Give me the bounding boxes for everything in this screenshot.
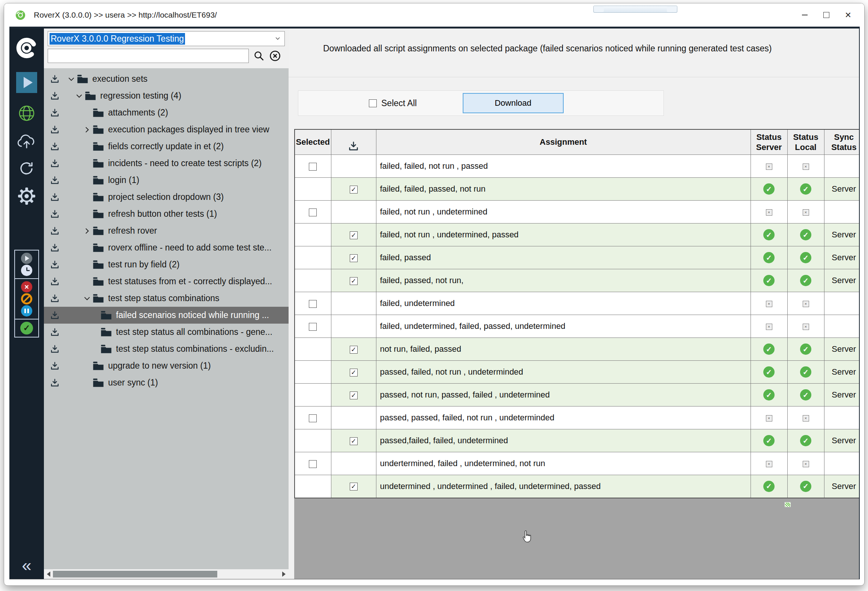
settings-button[interactable] (17, 187, 36, 206)
row-download-checkbox[interactable]: ✓ (350, 186, 358, 194)
table-row[interactable]: ✓ failed, passed ✓ ✓ Server (295, 246, 859, 269)
table-row[interactable]: failed, failed, not run , passed × × (295, 155, 859, 178)
tree-item[interactable]: test step status combinations - excludin… (44, 340, 289, 357)
search-icon[interactable] (253, 50, 265, 62)
download-button[interactable]: Download (463, 93, 564, 113)
scroll-left-icon[interactable] (47, 572, 50, 577)
header-selected: Selected (295, 129, 331, 155)
table-row[interactable]: ✓ undetermined , undetermined , failed, … (295, 475, 859, 498)
tree-item[interactable]: test step status combinations (44, 290, 289, 307)
tree-item[interactable]: roverx offline - need to add some test s… (44, 239, 289, 256)
tree-item[interactable]: execution packages displayed in tree vie… (44, 121, 289, 138)
check-icon: ✓ (351, 483, 356, 490)
status-ok-icon: ✓ (800, 252, 811, 263)
cloud-upload-icon (16, 133, 37, 149)
chevron-icon[interactable] (81, 127, 93, 133)
table-row[interactable]: ✓ passed, failed, not run , undeterminde… (295, 361, 859, 384)
row-download-checkbox[interactable]: ✓ (350, 369, 358, 376)
tree-item[interactable]: refresh button other tests (1) (44, 206, 289, 222)
scroll-right-icon[interactable] (282, 572, 286, 577)
row-download-checkbox[interactable]: ✓ (350, 483, 358, 490)
table-row[interactable]: ✓ passed, not run, passed, failed , unde… (295, 384, 859, 406)
status-ok-icon: ✓ (763, 344, 775, 355)
tree-item[interactable]: failed scenarios noticed while running .… (44, 307, 289, 324)
cloud-upload-button[interactable] (16, 133, 37, 149)
table-row[interactable]: ✓ passed,failed, failed, undetermined ✓ … (295, 429, 859, 452)
tree-item[interactable]: execution sets (44, 70, 289, 87)
chevron-icon[interactable] (66, 76, 77, 82)
table-row[interactable]: failed, undetermined, failed, passed, un… (295, 315, 859, 338)
tree-panel: RoverX 3.0.0.0 Regression Testing (44, 28, 289, 579)
row-download-checkbox[interactable]: ✓ (350, 254, 358, 262)
row-select-checkbox[interactable] (309, 300, 317, 308)
row-download-checkbox[interactable]: ✓ (350, 437, 358, 445)
row-select-checkbox[interactable] (309, 414, 317, 422)
row-select-checkbox[interactable] (309, 163, 317, 171)
render-artifact (785, 502, 791, 507)
search-input[interactable] (48, 49, 249, 63)
tree-item[interactable]: project selection dropdown (3) (44, 189, 289, 206)
play-button[interactable] (16, 72, 37, 93)
restore-button[interactable] (815, 3, 837, 27)
collapse-sidebar-button[interactable]: « (9, 556, 44, 574)
row-download-checkbox[interactable]: ✓ (350, 346, 358, 354)
tree-item[interactable]: incidents - need to create test scripts … (44, 155, 289, 172)
table-row[interactable]: undertermined, failed , undetermined, no… (295, 452, 859, 475)
download-icon (50, 91, 60, 101)
table-row[interactable]: ✓ failed, not run , undetermined, passed… (295, 224, 859, 246)
tree-horizontal-scrollbar[interactable] (44, 569, 289, 579)
tree-item[interactable]: test run by field (2) (44, 256, 289, 273)
tree-item[interactable]: test statuses from et - correctly displa… (44, 273, 289, 290)
chevron-icon[interactable] (81, 296, 93, 302)
close-button[interactable]: × (837, 3, 859, 27)
refresh-button[interactable] (18, 160, 35, 177)
status-local-cell: ✓ (787, 338, 824, 361)
row-download-checkbox[interactable]: ✓ (350, 231, 358, 239)
scrollbar-thumb[interactable] (53, 571, 217, 578)
project-dropdown[interactable]: RoverX 3.0.0.0 Regression Testing (48, 31, 285, 46)
row-download-checkbox[interactable]: ✓ (350, 392, 358, 399)
select-all-checkbox[interactable] (369, 99, 377, 107)
table-row[interactable]: failed, not run , undetermined × × (295, 201, 859, 224)
clear-search-icon[interactable] (269, 50, 281, 62)
tree-item[interactable]: test step status all combinations - gene… (44, 324, 289, 340)
minimize-button[interactable] (794, 3, 815, 27)
status-server-cell: ✓ (751, 475, 787, 498)
globe-button[interactable] (18, 104, 36, 122)
check-icon: ✓ (351, 232, 356, 238)
tree-item[interactable]: fields correctly update in et (2) (44, 138, 289, 155)
check-icon: ✓ (351, 346, 356, 353)
download-icon (50, 243, 60, 253)
assignment-cell: not run, failed, passed (376, 338, 751, 361)
main-content: Downloaded all script assignments on sel… (289, 28, 859, 579)
row-select-checkbox[interactable] (309, 460, 317, 468)
tree-item[interactable]: refresh rover (44, 222, 289, 239)
tree-item[interactable]: regression testing (4) (44, 87, 289, 104)
download-cell: ✓ (331, 361, 376, 384)
tree-item[interactable]: attachments (2) (44, 104, 289, 121)
table-row[interactable]: ✓ failed, failed, passed, not run ✓ ✓ Se… (295, 178, 859, 201)
status-local-cell: ✓ (787, 361, 824, 384)
assignment-cell: passed, passed, failed, not run , undete… (376, 406, 751, 429)
table-row[interactable]: ✓ failed, passed, not run, ✓ ✓ Server (295, 269, 859, 292)
status-server-cell: ✓ (751, 361, 787, 384)
tree-item[interactable]: login (1) (44, 172, 289, 189)
row-download-checkbox[interactable]: ✓ (350, 277, 358, 285)
table-row[interactable]: failed, undetermined × × (295, 292, 859, 315)
selected-cell (295, 338, 331, 361)
download-icon (50, 378, 60, 388)
row-select-checkbox[interactable] (309, 323, 317, 331)
table-row[interactable]: ✓ not run, failed, passed ✓ ✓ Server (295, 338, 859, 361)
status-unavailable-icon: × (803, 324, 809, 330)
tree-item[interactable]: upgrade to new version (1) (44, 357, 289, 374)
chevron-icon[interactable] (74, 93, 85, 99)
status-local-cell: × (787, 315, 824, 338)
chevron-icon[interactable] (81, 228, 93, 234)
tree-item[interactable]: user sync (1) (44, 374, 289, 391)
status-ok-icon: ✓ (763, 183, 775, 195)
row-select-checkbox[interactable] (309, 208, 317, 216)
sync-status-cell (824, 452, 859, 475)
table-row[interactable]: passed, passed, failed, not run , undete… (295, 406, 859, 429)
tree-item-label: refresh rover (108, 226, 157, 236)
status-unavailable-icon: × (766, 415, 772, 422)
